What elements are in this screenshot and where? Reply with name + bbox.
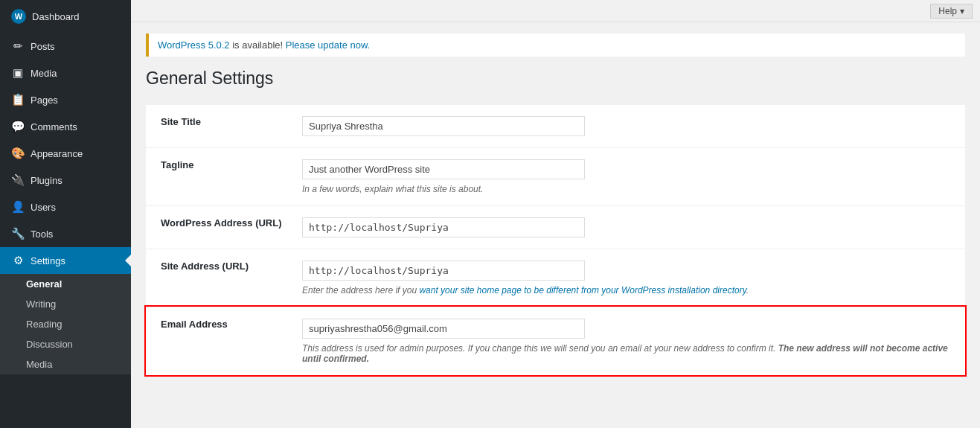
tools-icon: 🔧	[11, 227, 25, 240]
email-bold-notice: The new address will not become active u…	[302, 343, 948, 364]
update-notice: WordPress 5.0.2 is available! Please upd…	[146, 33, 965, 57]
email-address-input[interactable]	[302, 319, 585, 339]
chevron-down-icon: ▾	[960, 6, 964, 16]
update-middle-text: is available!	[230, 39, 286, 51]
settings-icon: ⚙	[11, 254, 25, 267]
main-area: Help ▾ WordPress 5.0.2 is available! Ple…	[131, 0, 980, 428]
wp-address-row: WordPress Address (URL)	[146, 205, 965, 249]
settings-form: Site Title Tagline In a few words, expla…	[146, 105, 965, 376]
wp-logo-icon: W	[11, 9, 26, 24]
sidebar-item-posts[interactable]: ✏ Posts	[0, 33, 131, 60]
site-address-input[interactable]	[302, 261, 585, 281]
wp-address-cell	[295, 205, 965, 249]
posts-icon: ✏	[11, 39, 25, 53]
submenu-general[interactable]: General	[0, 274, 131, 294]
tagline-row: Tagline In a few words, explain what thi…	[146, 147, 965, 205]
sidebar-item-tools[interactable]: 🔧 Tools	[0, 220, 131, 247]
sidebar-item-plugins[interactable]: 🔌 Plugins	[0, 167, 131, 194]
help-button[interactable]: Help ▾	[930, 4, 973, 19]
submenu-media[interactable]: Media	[0, 354, 131, 374]
site-address-description: Enter the address here if you want your …	[302, 285, 950, 296]
sidebar-item-label: Users	[31, 202, 56, 213]
dashboard-label: Dashboard	[32, 11, 80, 22]
dashboard-link[interactable]: W Dashboard	[0, 0, 131, 33]
sidebar-item-label: Pages	[31, 95, 58, 106]
sidebar-item-label: Appearance	[31, 148, 83, 159]
sidebar-item-label: Posts	[31, 41, 55, 52]
email-address-label: Email Address	[146, 307, 295, 375]
pages-icon: 📋	[11, 93, 25, 106]
sidebar-item-label: Media	[31, 68, 57, 79]
sidebar-item-appearance[interactable]: 🎨 Appearance	[0, 140, 131, 167]
sidebar-item-label: Settings	[31, 255, 65, 266]
appearance-icon: 🎨	[11, 147, 25, 160]
update-now-link[interactable]: Please update now.	[286, 39, 370, 51]
sidebar-item-label: Plugins	[31, 175, 63, 186]
tagline-description: In a few words, explain what this site i…	[302, 184, 950, 194]
site-title-label: Site Title	[146, 105, 295, 148]
help-label: Help	[938, 6, 957, 16]
email-address-description: This address is used for admin purposes.…	[302, 343, 950, 364]
page-title: General Settings	[146, 68, 965, 90]
tagline-label: Tagline	[146, 147, 295, 205]
wp-address-label: WordPress Address (URL)	[146, 205, 295, 249]
tagline-cell: In a few words, explain what this site i…	[295, 147, 965, 205]
site-address-link[interactable]: want your site home page to be different…	[419, 285, 746, 296]
media-icon: ▣	[11, 66, 25, 80]
sidebar-item-label: Comments	[31, 121, 77, 132]
site-address-cell: Enter the address here if you want your …	[295, 249, 965, 307]
wp-update-link[interactable]: WordPress 5.0.2	[158, 39, 230, 51]
topbar: Help ▾	[131, 0, 980, 22]
site-address-label: Site Address (URL)	[146, 249, 295, 307]
sidebar-item-users[interactable]: 👤 Users	[0, 194, 131, 220]
site-title-row: Site Title	[146, 105, 965, 148]
sidebar-item-label: Tools	[31, 229, 53, 240]
sidebar-item-pages[interactable]: 📋 Pages	[0, 86, 131, 113]
active-marker	[125, 255, 131, 266]
wp-address-input[interactable]	[302, 217, 585, 237]
sidebar-item-media[interactable]: ▣ Media	[0, 60, 131, 86]
email-address-cell: This address is used for admin purposes.…	[295, 307, 965, 375]
sidebar: W Dashboard ✏ Posts ▣ Media 📋 Pages 💬 Co…	[0, 0, 131, 428]
site-title-input[interactable]	[302, 116, 585, 136]
submenu-writing[interactable]: Writing	[0, 294, 131, 314]
plugins-icon: 🔌	[11, 173, 25, 187]
sidebar-item-comments[interactable]: 💬 Comments	[0, 113, 131, 140]
users-icon: 👤	[11, 200, 25, 214]
tagline-input[interactable]	[302, 159, 585, 179]
settings-submenu: General Writing Reading Discussion Media	[0, 274, 131, 374]
comments-icon: 💬	[11, 120, 25, 133]
email-address-row: Email Address This address is used for a…	[146, 307, 965, 375]
submenu-discussion[interactable]: Discussion	[0, 334, 131, 354]
content-area: WordPress 5.0.2 is available! Please upd…	[131, 22, 980, 428]
site-title-cell	[295, 105, 965, 148]
site-address-row: Site Address (URL) Enter the address her…	[146, 249, 965, 307]
submenu-reading[interactable]: Reading	[0, 314, 131, 334]
sidebar-item-settings[interactable]: ⚙ Settings	[0, 247, 131, 274]
